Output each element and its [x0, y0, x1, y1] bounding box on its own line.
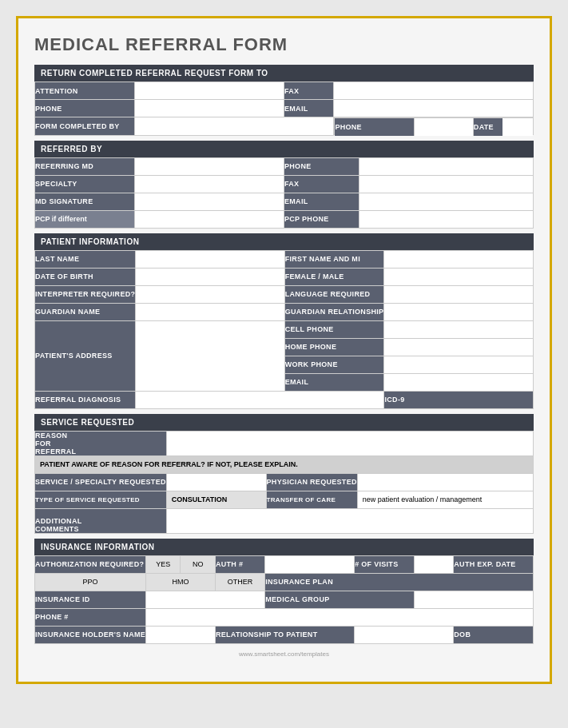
cell-phone-value[interactable]: [384, 320, 534, 338]
attention-value[interactable]: [134, 82, 284, 100]
md-sig-label: MD SIGNATURE: [35, 193, 135, 210]
ppo-checkbox[interactable]: PPO: [35, 573, 146, 591]
interpreter-value[interactable]: [136, 285, 284, 303]
physician-req-label: PHYSICIAN REQUESTED: [266, 473, 357, 491]
patient-aware-label: PATIENT AWARE OF REASON FOR REFERRAL? IF…: [35, 455, 534, 473]
table-row: GUARDIAN NAME GUARDIAN RELATIONSHIP: [35, 303, 534, 320]
num-visits-label: # OF VISITS: [355, 555, 415, 573]
phone2-value[interactable]: [414, 118, 473, 136]
table-row: REFERRAL DIAGNOSIS ICD-9: [35, 391, 534, 408]
holder-name-value[interactable]: [146, 626, 216, 643]
pcp-phone-value[interactable]: [359, 210, 533, 228]
patient-email-value[interactable]: [384, 373, 534, 391]
language-value[interactable]: [384, 285, 534, 303]
holder-name-label: INSURANCE HOLDER'S NAME: [35, 626, 146, 643]
service-section: SERVICE REQUESTED REASON FOR REFERRAL PA…: [34, 414, 534, 534]
table-row: INTERPRETER REQUIRED? LANGUAGE REQUIRED: [35, 285, 534, 303]
first-name-value[interactable]: [384, 250, 534, 268]
table-row: FORM COMPLETED BY PHONE DATE: [35, 117, 534, 136]
date-label: DATE: [473, 118, 502, 136]
gender-label: FEMALE / MALE: [284, 268, 384, 285]
fax-value[interactable]: [334, 82, 534, 100]
auth-num-label: AUTH #: [215, 555, 264, 573]
other-checkbox[interactable]: OTHER: [215, 573, 264, 591]
referring-md-value[interactable]: [134, 157, 284, 175]
phone-label: PHONE: [35, 100, 135, 117]
phone-date-cell: PHONE DATE: [334, 117, 533, 135]
guardian-name-value[interactable]: [136, 303, 284, 320]
physician-req-value[interactable]: [357, 473, 533, 491]
phone-date-table: PHONE DATE: [335, 118, 532, 136]
return-header: RETURN COMPLETED REFERRAL REQUEST FORM T…: [34, 65, 534, 82]
form-title: MEDICAL REFERRAL FORM: [34, 34, 534, 55]
auth-num-value[interactable]: [265, 555, 355, 573]
gender-value[interactable]: [384, 268, 534, 285]
table-row: PCP if different PCP PHONE: [35, 210, 534, 228]
num-visits-value[interactable]: [414, 555, 453, 573]
auth-req-label: AUTHORIZATION REQUIRED?: [35, 555, 146, 573]
reason-value[interactable]: [166, 431, 533, 455]
md-sig-value[interactable]: [134, 193, 284, 210]
table-row: AUTHORIZATION REQUIRED? YES NO AUTH # # …: [35, 555, 534, 573]
work-phone-value[interactable]: [384, 356, 534, 373]
form-completed-value[interactable]: [134, 117, 334, 136]
work-phone-label: WORK PHONE: [284, 356, 384, 373]
phone2-label: PHONE: [335, 118, 414, 136]
no-checkbox[interactable]: NO: [181, 555, 215, 573]
table-row: DATE OF BIRTH FEMALE / MALE: [35, 268, 534, 285]
pcp-value[interactable]: [134, 210, 284, 228]
service-table: REASON FOR REFERRAL PATIENT AWARE OF REA…: [34, 431, 534, 534]
table-row: ATTENTION FAX: [35, 82, 534, 100]
table-row: PPO HMO OTHER INSURANCE PLAN: [35, 573, 534, 591]
relationship-label: RELATIONSHIP TO PATIENT: [215, 626, 354, 643]
ref-fax-value[interactable]: [359, 175, 533, 193]
referred-by-section: REFERRED BY REFERRING MD PHONE SPECIALTY…: [34, 141, 534, 229]
hmo-checkbox[interactable]: HMO: [146, 573, 216, 591]
email-value[interactable]: [334, 100, 534, 117]
service-header: SERVICE REQUESTED: [34, 414, 534, 431]
dob-value[interactable]: [136, 268, 284, 285]
phone-value[interactable]: [134, 100, 284, 117]
table-row: LAST NAME FIRST NAME AND MI: [35, 250, 534, 268]
ins-dob-label: DOB: [454, 626, 534, 643]
form-wrapper: MEDICAL REFERRAL FORM RETURN COMPLETED R…: [16, 16, 552, 684]
table-row: PATIENT AWARE OF REASON FOR REFERRAL? IF…: [35, 455, 534, 473]
ref-phone-value[interactable]: [359, 157, 533, 175]
guardian-rel-label: GUARDIAN RELATIONSHIP: [284, 303, 384, 320]
medical-group-value[interactable]: [414, 591, 533, 608]
phone-hash-value[interactable]: [146, 608, 534, 626]
yes-checkbox[interactable]: YES: [146, 555, 181, 573]
guardian-rel-value[interactable]: [384, 303, 534, 320]
table-row: SPECIALTY FAX: [35, 175, 534, 193]
pcp-label: PCP if different: [35, 210, 135, 228]
return-section: RETURN COMPLETED REFERRAL REQUEST FORM T…: [34, 65, 534, 136]
service-specialty-value[interactable]: [166, 473, 266, 491]
add-comments-value[interactable]: [166, 508, 533, 533]
address-label: PATIENT'S ADDRESS: [35, 320, 136, 391]
insurance-id-value[interactable]: [146, 591, 265, 608]
table-row: INSURANCE ID MEDICAL GROUP: [35, 591, 534, 608]
ref-email-label: EMAIL: [284, 193, 359, 210]
relationship-value[interactable]: [355, 626, 454, 643]
icd9-label: ICD-9: [384, 391, 534, 408]
address-value[interactable]: [136, 320, 284, 391]
home-phone-value[interactable]: [384, 338, 534, 356]
specialty-value[interactable]: [134, 175, 284, 193]
guardian-name-label: GUARDIAN NAME: [35, 303, 136, 320]
table-row: REASON FOR REFERRAL: [35, 431, 534, 455]
referral-diag-value[interactable]: [136, 391, 384, 408]
last-name-value[interactable]: [136, 250, 284, 268]
interpreter-label: INTERPRETER REQUIRED?: [35, 285, 136, 303]
ref-email-value[interactable]: [359, 193, 533, 210]
pcp-phone-label: PCP PHONE: [284, 210, 359, 228]
service-specialty-label: SERVICE / SPECIALTY REQUESTED: [35, 473, 167, 491]
ref-phone-label: PHONE: [284, 157, 359, 175]
table-row: SERVICE / SPECIALTY REQUESTED PHYSICIAN …: [35, 473, 534, 491]
table-row: INSURANCE HOLDER'S NAME RELATIONSHIP TO …: [35, 626, 534, 643]
footer-text: www.smartsheet.com/templates: [34, 650, 534, 658]
email-label: EMAIL: [284, 100, 333, 117]
date-value[interactable]: [502, 118, 532, 136]
transfer-note-value: new patient evaluation / management: [357, 491, 533, 508]
transfer-care-label: TRANSFER OF CARE: [266, 491, 357, 508]
table-row: PHONE EMAIL: [35, 100, 534, 117]
